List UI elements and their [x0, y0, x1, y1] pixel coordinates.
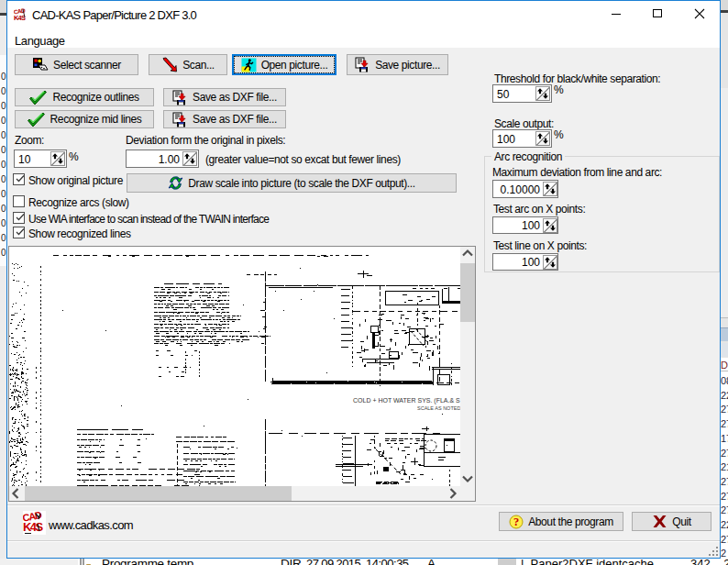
svg-text:COLD + HOT WATER SYS. (FLA.& S: COLD + HOT WATER SYS. (FLA.& S	[353, 397, 460, 404]
svg-text:K4S: K4S	[23, 520, 43, 534]
svg-text:SCALE AS NOTED: SCALE AS NOTED	[417, 405, 460, 411]
svg-text:?: ?	[513, 515, 519, 528]
